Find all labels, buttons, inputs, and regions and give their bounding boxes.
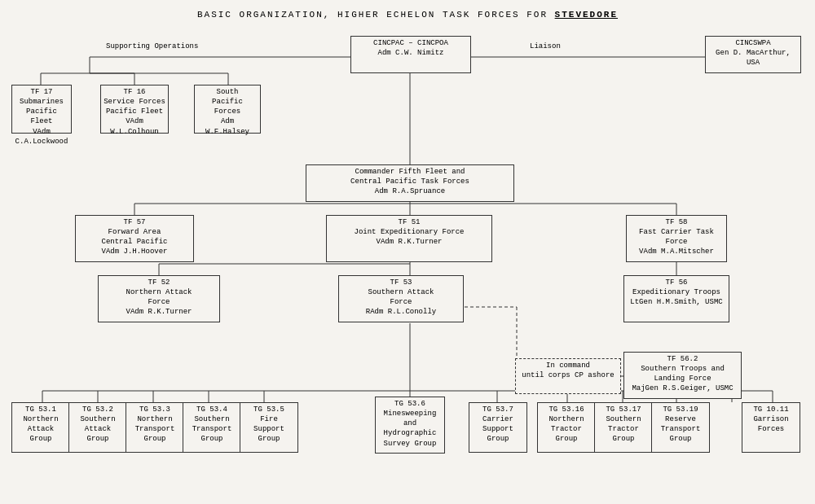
- page: BASIC ORGANIZATION, HIGHER ECHELON TASK …: [0, 0, 815, 504]
- tg1011-box: TG 10.11 Garrison Forces: [742, 402, 800, 453]
- tf53-box: TF 53 Southern Attack Force RAdm R.L.Con…: [338, 275, 464, 322]
- tf16-box: TF 16 Service Forces Pacific Fleet VAdm …: [100, 85, 169, 134]
- tg5317-box: TG 53.17 Southern Tractor Group: [594, 402, 653, 453]
- tf51-box: TF 51 Joint Expeditionary Force VAdm R.K…: [326, 215, 492, 262]
- tg5316-box: TG 53.16 Northern Tractor Group: [537, 402, 596, 453]
- tf57-box: TF 57 Forward Area Central Pacific VAdm …: [75, 215, 194, 262]
- tf562-box: TF 56.2 Southern Troops and Landing Forc…: [623, 352, 742, 399]
- title-area: BASIC ORGANIZATION, HIGHER ECHELON TASK …: [8, 10, 807, 20]
- title-underlined: STEVEDORE: [555, 10, 618, 20]
- liaison-label: Liaison: [530, 42, 561, 50]
- tg536-box: TG 53.6 Minesweeping and Hydrographic Su…: [375, 397, 445, 454]
- tg534-box: TG 53.4 Southern Transport Group: [183, 402, 241, 453]
- tg531-box: TG 53.1 Northern Attack Group: [11, 402, 70, 453]
- cincpac-box: CINCPAC – CINCPOA Adm C.W. Nimitz: [350, 36, 471, 73]
- title-text: BASIC ORGANIZATION, HIGHER ECHELON TASK …: [197, 10, 618, 20]
- tg537-box: TG 53.7 Carrier Support Group: [469, 402, 527, 453]
- southpac-box: South Pacific Forces Adm W.F.Halsey: [194, 85, 261, 134]
- in-command-box: In command until corps CP ashore: [515, 358, 621, 394]
- tg532-box: TG 53.2 Southern Attack Group: [68, 402, 127, 453]
- tf17-box: TF 17 Submarines Pacific Fleet VAdm C.A.…: [11, 85, 72, 134]
- cincswpa-box: CINCSWPA Gen D. MacArthur, USA: [705, 36, 801, 73]
- supporting-ops-label: Supporting Operations: [106, 42, 198, 50]
- tf52-box: TF 52 Northern Attack Force VAdm R.K.Tur…: [98, 275, 220, 322]
- tf58-box: TF 58 Fast Carrier Task Force VAdm M.A.M…: [626, 215, 727, 262]
- tg535-box: TG 53.5 Fire Support Group: [240, 402, 298, 453]
- chart-container: Supporting Operations Liaison CINCPAC – …: [8, 26, 807, 482]
- fifth-fleet-box: Commander Fifth Fleet and Central Pacifi…: [306, 164, 514, 202]
- title-prefix: BASIC ORGANIZATION, HIGHER ECHELON TASK …: [197, 10, 555, 20]
- tg533-box: TG 53.3 Northern Transport Group: [126, 402, 184, 453]
- tf56-box: TF 56 Expeditionary Troops LtGen H.M.Smi…: [623, 275, 729, 322]
- tg5319-box: TG 53.19 Reserve Transport Group: [651, 402, 710, 453]
